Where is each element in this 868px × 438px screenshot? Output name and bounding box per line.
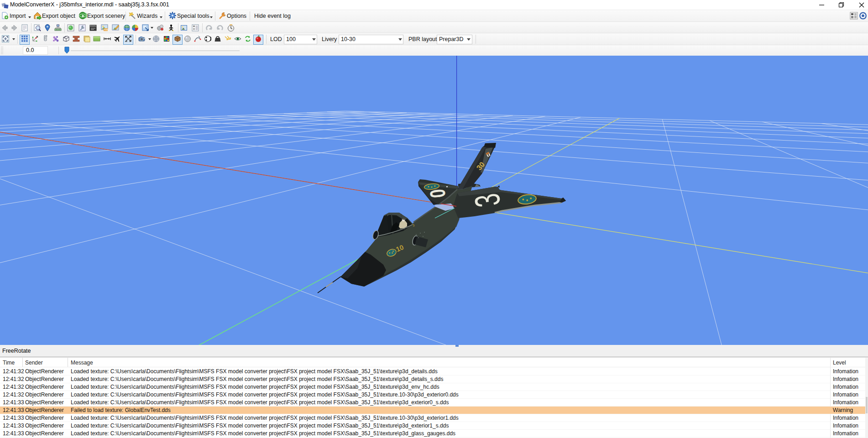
svg-text:XML: XML: [104, 28, 108, 31]
